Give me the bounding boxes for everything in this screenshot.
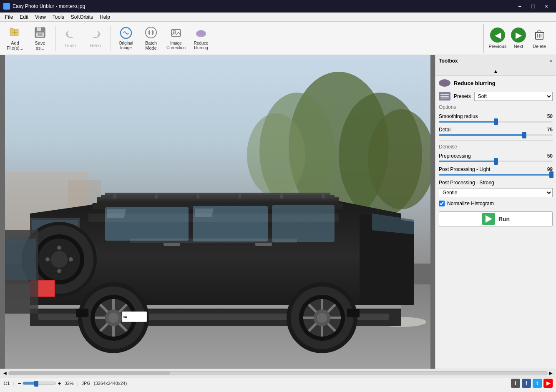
image-container: н● [0, 55, 435, 369]
title-bar: Easy Photo Unblur - montero.jpg − □ × [0, 0, 556, 13]
svg-rect-35 [155, 193, 158, 199]
scroll-right-arrow[interactable]: ▶ [548, 369, 554, 377]
info-icon[interactable]: i [511, 379, 520, 388]
zoom-slider-track[interactable] [23, 382, 56, 385]
previous-label: Previous [489, 44, 507, 49]
batch-mode-button[interactable]: Batch Mode [139, 24, 163, 53]
previous-button[interactable]: ◀ Previous [488, 24, 508, 53]
zoom-value: 32% [65, 381, 74, 386]
toolbox-close-button[interactable]: × [549, 58, 553, 64]
image-correction-label: Image Correction [166, 41, 186, 50]
toolbar: Add File(s)... Save as... Undo [0, 22, 556, 55]
scroll-left-arrow[interactable]: ◀ [2, 369, 8, 377]
presets-icon [439, 92, 450, 101]
menu-softorbits[interactable]: SoftOrbits [68, 13, 96, 21]
file-format: JPG [81, 381, 90, 386]
preprocessing-fill [439, 161, 496, 162]
toolbox-scroll-up-button[interactable]: ▲ [435, 67, 556, 76]
normalize-histogram-row: Normalize Histogram [439, 201, 553, 206]
undo-icon [64, 28, 77, 42]
detail-fill [439, 134, 524, 136]
original-image-button[interactable]: Original Image [114, 24, 138, 53]
zoom-minus-icon[interactable]: − [18, 380, 21, 387]
reduce-blurring-label: Reduce blurring [191, 41, 211, 50]
svg-rect-37 [239, 193, 241, 199]
detail-track[interactable] [439, 134, 553, 136]
reduce-blurring-title: Reduce blurring [454, 80, 496, 86]
maximize-button[interactable]: □ [527, 2, 539, 10]
run-icon [482, 213, 495, 225]
smoothing-radius-label: Smoothing radius [439, 113, 478, 119]
original-image-icon [119, 26, 133, 40]
window-controls: − □ × [513, 2, 553, 10]
close-button[interactable]: × [540, 2, 553, 10]
next-icon: ▶ [511, 28, 526, 43]
zoom-plus-icon[interactable]: + [58, 380, 61, 387]
smoothing-radius-thumb[interactable] [494, 118, 498, 125]
detail-label: Detail [439, 127, 452, 133]
delete-button[interactable]: Delete [529, 24, 549, 53]
detail-thumb[interactable] [522, 132, 526, 138]
separator-1 [55, 26, 55, 51]
horizontal-scrollbar[interactable]: ◀ ▶ [0, 369, 556, 377]
reduce-blurring-button[interactable]: Reduce blurring [189, 24, 213, 53]
run-label: Run [498, 216, 510, 222]
normalize-histogram-checkbox[interactable] [439, 201, 445, 206]
menu-file[interactable]: File [2, 13, 16, 21]
preprocessing-track[interactable] [439, 161, 553, 162]
toolbox-header: Toolbox × [435, 55, 556, 67]
redo-button[interactable]: Redo [84, 24, 107, 53]
menu-help[interactable]: Help [96, 13, 113, 21]
zoom-thumb[interactable] [34, 381, 38, 387]
svg-point-50 [57, 246, 61, 250]
save-as-button[interactable]: Save as... [28, 24, 52, 53]
detail-row: Detail 75 [439, 127, 553, 136]
svg-point-89 [317, 313, 327, 323]
smoothing-radius-track[interactable] [439, 121, 553, 123]
svg-rect-33 [105, 193, 330, 195]
facebook-icon[interactable]: f [522, 379, 531, 388]
reduce-blurring-header: Reduce blurring [439, 79, 553, 87]
preprocessing-value: 50 [547, 153, 553, 159]
save-as-icon [33, 26, 47, 39]
undo-label: Undo [65, 43, 76, 48]
divider-1 [439, 140, 553, 141]
post-processing-strong-label: Post Processing - Strong [439, 180, 494, 186]
svg-point-13 [197, 30, 205, 35]
svg-marker-97 [486, 215, 492, 223]
menu-view[interactable]: View [32, 13, 49, 21]
image-correction-button[interactable]: Image Correction [164, 24, 188, 53]
svg-rect-39 [322, 193, 325, 199]
minimize-button[interactable]: − [513, 2, 526, 10]
svg-point-25 [247, 113, 305, 197]
post-processing-light-row: Post Processing - Light 99 [439, 166, 553, 176]
scroll-thumb[interactable] [9, 372, 170, 375]
preprocessing-thumb[interactable] [494, 158, 498, 165]
post-processing-light-thumb[interactable] [549, 171, 553, 178]
twitter-icon[interactable]: t [533, 379, 542, 388]
toolbox-panel: Toolbox × ▲ Reduce blurring [435, 55, 556, 369]
next-label: Next [514, 44, 523, 49]
post-processing-light-label: Post Processing - Light [439, 166, 490, 172]
svg-rect-60 [164, 243, 180, 246]
add-files-button[interactable]: Add File(s)... [3, 24, 27, 53]
svg-rect-7 [38, 33, 43, 36]
scroll-track[interactable] [8, 371, 548, 375]
delete-label: Delete [533, 44, 546, 49]
menu-edit[interactable]: Edit [16, 13, 32, 21]
svg-rect-16 [538, 31, 541, 33]
next-button[interactable]: ▶ Next [508, 24, 528, 53]
presets-label: Presets [454, 93, 471, 99]
post-processing-light-track[interactable] [439, 174, 553, 176]
presets-select[interactable]: Soft Normal Strong Custom [474, 92, 553, 101]
svg-rect-36 [197, 193, 199, 199]
post-processing-strong-select[interactable]: Gentle Normal Strong [439, 188, 553, 197]
add-files-icon [8, 26, 22, 39]
menu-tools[interactable]: Tools [49, 13, 68, 21]
toolbox-title: Toolbox [439, 58, 458, 64]
undo-button[interactable]: Undo [59, 24, 82, 53]
youtube-icon[interactable]: ▶ [543, 379, 553, 388]
zoom-control: − + [18, 380, 61, 387]
run-button[interactable]: Run [439, 211, 553, 226]
svg-rect-34 [113, 193, 116, 199]
